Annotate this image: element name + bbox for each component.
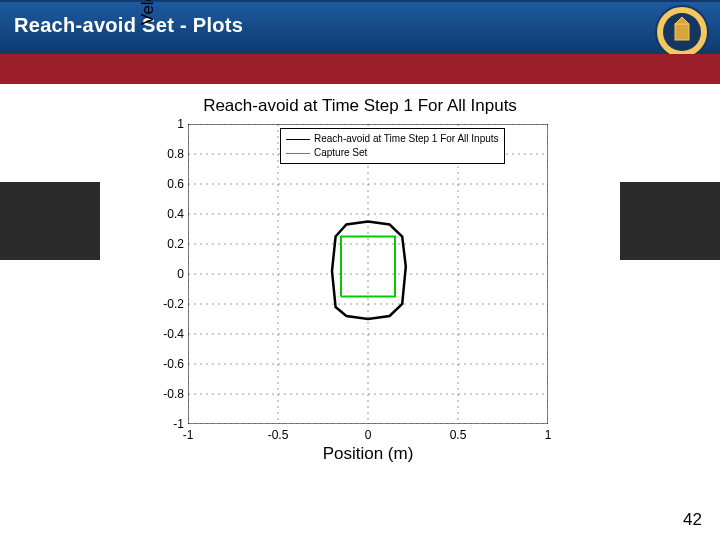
y-tick-label: 0 (152, 267, 184, 281)
y-tick-label: 0.8 (152, 147, 184, 161)
y-tick-label: -0.6 (152, 357, 184, 371)
x-tick-label: 0 (353, 428, 383, 442)
x-tick-label: 1 (533, 428, 563, 442)
svg-rect-2 (675, 24, 689, 40)
legend-entry: Capture Set (286, 146, 499, 160)
y-tick-label: -0.2 (152, 297, 184, 311)
header-red-band (0, 54, 720, 84)
y-tick-label: 0.6 (152, 177, 184, 191)
chart-title: Reach-avoid at Time Step 1 For All Input… (100, 96, 620, 116)
y-tick-label: -0.4 (152, 327, 184, 341)
y-tick-label: -1 (152, 417, 184, 431)
legend-label: Reach-avoid at Time Step 1 For All Input… (314, 133, 499, 144)
y-tick-label: 0.4 (152, 207, 184, 221)
chart-plot (188, 124, 548, 424)
y-tick-label: 0.2 (152, 237, 184, 251)
page-title: Reach-avoid Set - Plots (14, 14, 243, 37)
seal-logo (654, 4, 710, 60)
x-tick-label: 0.5 (443, 428, 473, 442)
legend-entry: Reach-avoid at Time Step 1 For All Input… (286, 132, 499, 146)
y-tick-label: -0.8 (152, 387, 184, 401)
page-number: 42 (683, 510, 702, 530)
x-axis-label: Position (m) (188, 444, 548, 464)
chart-container: Reach-avoid at Time Step 1 For All Input… (100, 96, 620, 496)
legend-label: Capture Set (314, 147, 367, 158)
y-tick-label: 1 (152, 117, 184, 131)
x-tick-label: -0.5 (263, 428, 293, 442)
header-bar: Reach-avoid Set - Plots (0, 0, 720, 54)
y-axis-label: Velocity (m/s) (138, 0, 158, 124)
chart-legend: Reach-avoid at Time Step 1 For All Input… (280, 128, 505, 164)
